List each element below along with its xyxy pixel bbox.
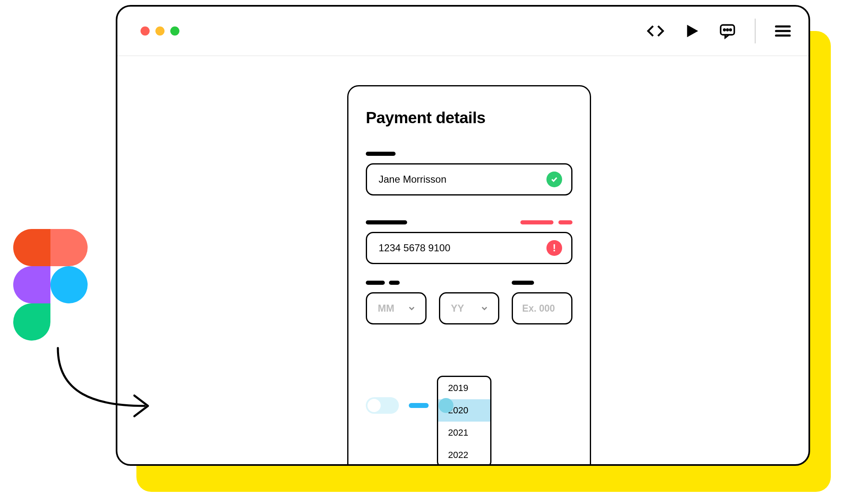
- svg-point-3: [727, 29, 728, 31]
- browser-topbar: [117, 7, 808, 56]
- code-icon[interactable]: [646, 21, 665, 41]
- form-title: Payment details: [366, 109, 572, 127]
- card-error-label: [520, 220, 572, 224]
- year-dropdown: 2019 2020 2021 2022: [437, 376, 491, 466]
- close-dot[interactable]: [141, 26, 150, 36]
- toolbar-divider: [755, 19, 756, 43]
- payment-card: Payment details Jane Morrisson 1234 5678: [347, 85, 591, 466]
- svg-point-8: [50, 266, 88, 303]
- year-select[interactable]: YY: [439, 292, 500, 324]
- chevron-down-icon: [407, 304, 416, 313]
- year-col: YY: [439, 281, 500, 324]
- minimize-dot[interactable]: [155, 26, 165, 36]
- play-icon[interactable]: [684, 23, 700, 39]
- menu-icon[interactable]: [774, 22, 792, 40]
- year-option[interactable]: 2021: [438, 422, 490, 444]
- year-option[interactable]: 2022: [438, 444, 490, 466]
- name-field: Jane Morrisson: [366, 152, 572, 196]
- toolbar-actions: [646, 19, 792, 43]
- year-placeholder: YY: [451, 303, 464, 314]
- save-toggle[interactable]: [366, 397, 399, 414]
- toggle-row: [366, 397, 453, 414]
- svg-marker-0: [687, 25, 698, 37]
- expiry-cvc-row: MM YY Ex. 000: [366, 281, 572, 324]
- name-value: Jane Morrisson: [379, 174, 446, 185]
- name-input[interactable]: Jane Morrisson: [366, 163, 572, 196]
- cvc-placeholder: Ex. 000: [522, 303, 555, 314]
- year-option[interactable]: 2019: [438, 377, 490, 399]
- comment-icon[interactable]: [718, 22, 737, 40]
- card-label: [366, 220, 407, 224]
- card-value: 1234 5678 9100: [379, 242, 451, 254]
- check-icon: [546, 172, 562, 187]
- month-select[interactable]: MM: [366, 292, 427, 324]
- name-label: [366, 152, 396, 156]
- card-field: 1234 5678 9100 !: [366, 220, 572, 264]
- window-controls: [141, 26, 179, 36]
- toggle-label-bar: [409, 403, 429, 408]
- toggle-blob: [439, 398, 453, 413]
- maximize-dot[interactable]: [170, 26, 179, 36]
- figma-logo-icon: [13, 229, 88, 342]
- cvc-col: Ex. 000: [512, 281, 572, 324]
- svg-point-4: [730, 29, 732, 31]
- browser-window: Payment details Jane Morrisson 1234 5678: [116, 5, 810, 466]
- card-input[interactable]: 1234 5678 9100 !: [366, 232, 572, 264]
- toggle-knob: [367, 399, 381, 412]
- error-icon: !: [546, 240, 562, 256]
- month-placeholder: MM: [378, 303, 394, 314]
- cvc-input[interactable]: Ex. 000: [512, 292, 572, 324]
- arrow-icon: [50, 344, 165, 428]
- month-col: MM: [366, 281, 427, 324]
- svg-point-2: [724, 29, 725, 31]
- chevron-down-icon: [480, 304, 489, 313]
